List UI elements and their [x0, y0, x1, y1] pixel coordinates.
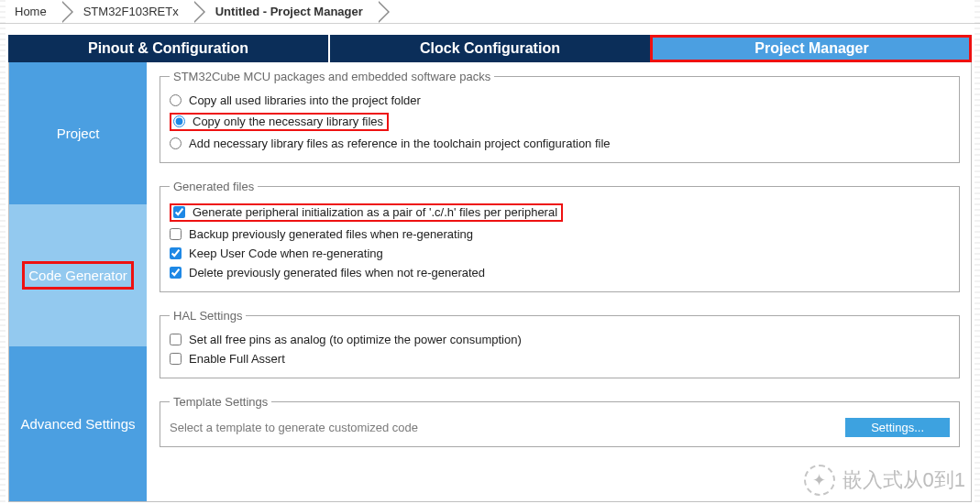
sidebar-item-code-generator[interactable]: Code Generator [9, 204, 147, 346]
sidebar-item-advanced-settings[interactable]: Advanced Settings [9, 346, 147, 501]
fieldset-packages: STM32Cube MCU packages and embedded soft… [160, 70, 960, 163]
checkbox-input[interactable] [170, 228, 182, 240]
sidebar-item-label: Code Generator [28, 268, 127, 283]
radio-label: Copy only the necessary library files [193, 115, 383, 128]
breadcrumb-label: STM32F103RETx [83, 5, 179, 18]
checkbox-enable-full-assert[interactable]: Enable Full Assert [170, 349, 950, 368]
radio-copy-all[interactable]: Copy all used libraries into the project… [170, 91, 950, 110]
checkbox-backup[interactable]: Backup previously generated files when r… [170, 225, 950, 244]
checkbox-input[interactable] [170, 353, 182, 365]
legend-generated: Generated files [170, 180, 258, 193]
highlight-box: Code Generator [22, 261, 134, 290]
legend-hal: HAL Settings [170, 309, 246, 323]
legend-template: Template Settings [170, 395, 271, 409]
breadcrumb-home[interactable]: Home [4, 2, 63, 22]
checkbox-input[interactable] [170, 267, 182, 279]
radio-label: Copy all used libraries into the project… [189, 93, 421, 107]
radio-label: Add necessary library files as reference… [189, 137, 611, 150]
checkbox-free-pins-analog[interactable]: Set all free pins as analog (to optimize… [170, 330, 950, 349]
radio-input[interactable] [170, 137, 182, 149]
radio-input[interactable] [173, 115, 185, 127]
tab-clock-configuration[interactable]: Clock Configuration [328, 35, 650, 62]
fieldset-hal-settings: HAL Settings Set all free pins as analog… [160, 309, 960, 378]
watermark: ✦ 嵌入式从0到1 [804, 465, 965, 496]
checkbox-keep-user-code[interactable]: Keep User Code when re-generating [170, 244, 950, 263]
fieldset-generated-files: Generated files Generate peripheral init… [160, 180, 960, 292]
radio-copy-necessary[interactable]: Copy only the necessary library files [173, 115, 383, 128]
legend-packages: STM32Cube MCU packages and embedded soft… [170, 70, 494, 83]
breadcrumb-bar: Home STM32F103RETx Untitled - Project Ma… [0, 0, 980, 24]
wechat-icon: ✦ [804, 465, 835, 496]
sidebar: Project Code Generator Advanced Settings [9, 62, 147, 501]
breadcrumb-chip[interactable]: STM32F103RETx [63, 2, 195, 22]
breadcrumb-project[interactable]: Untitled - Project Manager [195, 2, 380, 22]
checkbox-label: Set all free pins as analog (to optimize… [189, 333, 522, 346]
sidebar-item-label: Project [57, 126, 100, 141]
sidebar-item-project[interactable]: Project [9, 62, 147, 204]
content-area: STM32Cube MCU packages and embedded soft… [147, 62, 971, 501]
highlight-box: Generate peripheral initialization as a … [170, 203, 563, 222]
checkbox-input[interactable] [170, 334, 182, 345]
main-panel: Project Code Generator Advanced Settings… [8, 62, 972, 502]
checkbox-delete-previous[interactable]: Delete previously generated files when n… [170, 263, 950, 282]
tab-label: Pinout & Configuration [88, 40, 248, 57]
tab-label: Project Manager [754, 40, 868, 57]
checkbox-label: Generate peripheral initialization as a … [193, 205, 557, 219]
top-tabs: Pinout & Configuration Clock Configurati… [8, 35, 972, 62]
tab-label: Clock Configuration [420, 40, 560, 57]
fieldset-template-settings: Template Settings Select a template to g… [160, 395, 960, 447]
tab-project-manager[interactable]: Project Manager [650, 35, 972, 62]
checkbox-generate-pair[interactable]: Generate peripheral initialization as a … [173, 205, 557, 219]
template-hint: Select a template to generate customized… [170, 421, 418, 434]
sidebar-item-label: Advanced Settings [20, 416, 135, 432]
checkbox-label: Delete previously generated files when n… [189, 266, 485, 279]
radio-input[interactable] [170, 94, 182, 106]
settings-button[interactable]: Settings... [845, 418, 950, 437]
breadcrumb-label: Untitled - Project Manager [215, 5, 363, 18]
checkbox-label: Backup previously generated files when r… [189, 227, 473, 241]
checkbox-input[interactable] [173, 206, 185, 218]
breadcrumb-label: Home [15, 5, 47, 18]
tab-pinout-configuration[interactable]: Pinout & Configuration [8, 35, 328, 62]
checkbox-input[interactable] [170, 247, 182, 259]
checkbox-label: Enable Full Assert [189, 352, 285, 366]
radio-add-reference[interactable]: Add necessary library files as reference… [170, 134, 950, 153]
watermark-text: 嵌入式从0到1 [842, 466, 965, 494]
highlight-box: Copy only the necessary library files [170, 113, 389, 131]
checkbox-label: Keep User Code when re-generating [189, 247, 383, 260]
